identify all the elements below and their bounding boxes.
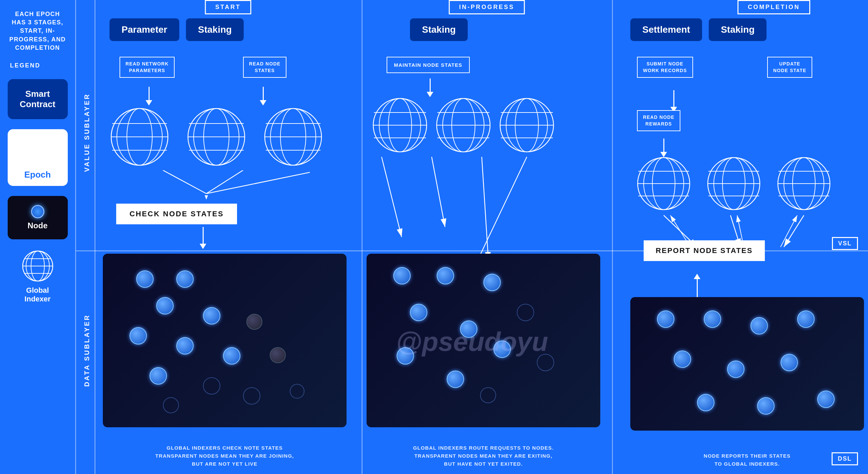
legend-label: LEGEND	[10, 62, 40, 69]
report-node-states: REPORT NODE STATES	[644, 240, 765, 261]
svg-line-25	[163, 170, 206, 194]
start-footer-3: BUT ARE NOT YET LIVE	[103, 460, 346, 468]
update-node-state-box: UPDATE NODE STATE	[767, 57, 812, 78]
check-node-states: CHECK NODE STATES	[116, 203, 237, 224]
stage2-divider	[612, 0, 613, 474]
node-grid-completion	[630, 297, 864, 431]
globe9	[771, 154, 837, 214]
node-grid-inprogress	[367, 254, 600, 427]
global-indexer-label: Global Indexer	[24, 286, 51, 304]
parameter-contract: Parameter	[110, 18, 179, 41]
sidebar-title: EACH EPOCH HAS 3 STAGES, START, IN- PROG…	[9, 10, 66, 52]
completion-footer: NODE REPORTS THEIR STATES TO GLOBAL INDE…	[630, 452, 864, 468]
smart-contract-box: Smart Contract	[8, 79, 68, 119]
start-header: START	[205, 0, 251, 14]
read-network-params-label: READ NETWORK PARAMETERS	[120, 57, 175, 78]
globe4	[367, 95, 433, 155]
start-footer-1: GLOBAL INDEXERS CHECK NOTE STATES	[103, 444, 346, 452]
read-node-states-box-start: READ NODE STATES	[243, 57, 286, 78]
in-progress-footer-3: BUT HAVE NOT YET EXITED.	[367, 460, 600, 468]
staking-contract-start: Staking	[186, 18, 244, 41]
start-footer-2: TRANSPARENT NODES MEAN THEY ARE JOINING,	[103, 452, 346, 460]
in-progress-footer-1: GLOBAL INDEXERS ROUTE REQUESTS TO NODES.	[367, 444, 600, 452]
start-contracts: Parameter Staking	[110, 18, 244, 41]
svg-line-49	[432, 157, 445, 227]
node-grid-start	[103, 254, 346, 427]
svg-marker-28	[205, 195, 208, 200]
svg-line-27	[206, 170, 310, 194]
submit-down-arrow	[670, 90, 677, 112]
globe7	[630, 154, 697, 214]
globe1	[103, 103, 176, 170]
read-network-params-box: READ NETWORK PARAMETERS	[120, 57, 175, 78]
svg-line-74	[784, 215, 804, 247]
globe-icon	[21, 249, 54, 283]
svg-line-48	[381, 157, 402, 237]
globe8	[701, 154, 767, 214]
vsl-label: VALUE SUBLAYER	[83, 93, 91, 172]
globe6	[493, 95, 560, 155]
completion-footer-1: NODE REPORTS THEIR STATES	[630, 452, 864, 460]
settlement-contract: Settlement	[630, 18, 702, 41]
epoch-box: Epoch	[8, 129, 68, 186]
submit-work-records-label: SUBMIT NODE WORK RECORDS	[637, 57, 693, 78]
completion-footer-2: TO GLOBAL INDEXERS.	[630, 460, 864, 468]
globe5	[430, 95, 497, 155]
completion-header: COMPLETION	[738, 0, 810, 14]
global-indexer-box: Global Indexer	[21, 249, 54, 304]
left-divider	[94, 0, 95, 474]
check-down-arrow	[199, 227, 206, 249]
read-node-rewards-box: READ NODE REWARDS	[637, 110, 680, 131]
epoch-label: Epoch	[24, 169, 51, 180]
read-node-states-label: READ NODE STATES	[243, 57, 286, 78]
node-dot-icon	[31, 205, 44, 218]
arrow1	[146, 87, 152, 105]
arrow2	[260, 87, 267, 105]
maintain-node-states-label: MAINTAIN NODE STATES	[386, 57, 470, 73]
report-up-arrow	[694, 274, 701, 299]
dsl-label: DATA SUBLAYER	[83, 314, 91, 387]
svg-line-77	[780, 215, 797, 247]
staking-contract-completion: Staking	[709, 18, 767, 41]
smart-contract-label: Smart Contract	[20, 89, 55, 109]
read-node-rewards-label: READ NODE REWARDS	[637, 110, 680, 131]
in-progress-footer: GLOBAL INDEXERS ROUTE REQUESTS TO NODES.…	[367, 444, 600, 468]
node-box: Node	[8, 196, 68, 239]
maintain-node-states-box: MAINTAIN NODE STATES	[386, 57, 470, 73]
completion-contracts: Settlement Staking	[630, 18, 767, 41]
converge-arrows-start	[103, 170, 310, 200]
sidebar: EACH EPOCH HAS 3 STAGES, START, IN- PROG…	[0, 0, 76, 474]
node-label: Node	[28, 221, 48, 230]
main-content: VALUE SUBLAYER DATA SUBLAYER VSL DSL STA…	[76, 0, 868, 474]
maintain-down-arrow	[427, 78, 433, 97]
in-progress-footer-2: TRANSPARENT NODES MEAN THEY ARE EXITING,	[367, 452, 600, 460]
globe3	[256, 103, 330, 170]
submit-work-records-box: SUBMIT NODE WORK RECORDS	[637, 57, 693, 78]
in-progress-header: IN-PROGRESS	[449, 0, 525, 14]
update-node-state-label: UPDATE NODE STATE	[767, 57, 812, 78]
start-footer: GLOBAL INDEXERS CHECK NOTE STATES TRANSP…	[103, 444, 346, 468]
globe2	[180, 103, 253, 170]
in-progress-contracts: Staking	[410, 18, 468, 41]
staking-contract-inprogress: Staking	[410, 18, 468, 41]
